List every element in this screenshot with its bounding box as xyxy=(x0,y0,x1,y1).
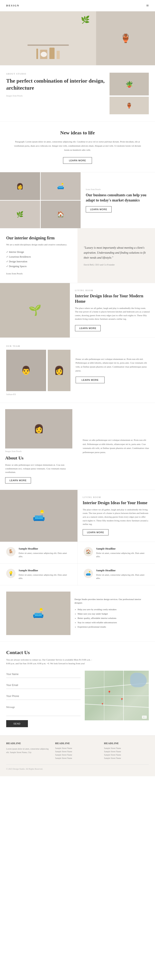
footer-link[interactable]: Sample Street Name xyxy=(104,750,149,752)
site-footer: Headline Lorem ipsum dolor sit amet, con… xyxy=(0,735,155,776)
business-source: Icons from Pexels xyxy=(86,188,150,191)
footer-col-1-headline: Headline xyxy=(6,742,51,745)
footer-link[interactable]: Sample Street Name xyxy=(55,747,100,749)
about-us-right-description: Donec ut odio pellentesque orci volutpat… xyxy=(83,438,150,455)
studio-list-item: Help you save by avoiding costly mistake… xyxy=(78,607,149,612)
contact-section: Contact Us You are always welcome to con… xyxy=(0,641,155,735)
lr2-content: LIVING ROOM Interior Design Ideas for Yo… xyxy=(78,490,155,542)
business-text: Icons from Pexels Our business consultan… xyxy=(81,172,155,228)
lr2-icon-headline-3: Sample Headline xyxy=(96,569,149,572)
business-learn-more[interactable]: LEARN MORE xyxy=(86,206,112,212)
firm-left: Our interior designing firm We are a mul… xyxy=(0,228,78,283)
studio-section: 🛋️ Design Studio provides interior desig… xyxy=(0,585,155,641)
contact-send-button[interactable]: SEND xyxy=(6,720,28,727)
lr2-icon-text-1: Dolor sit amet, consectetur adipiscing e… xyxy=(96,551,149,558)
team-photos: 👨 👩 xyxy=(6,350,71,391)
team-source: Subhan-BX xyxy=(6,393,71,396)
about-studio-label: ABOUT STUDIO xyxy=(6,73,105,75)
about-us-source: Images from Pexels xyxy=(5,450,72,452)
footer-copyright: © 2023 Design Studio. All Rights Reserve… xyxy=(6,768,43,770)
new-ideas-learn-more[interactable]: LEARN MORE xyxy=(63,157,92,164)
lr-title: Interior Design Ideas for Your Modern Ho… xyxy=(75,293,150,304)
contact-grid: SEND 📍 📍 📍 + − xyxy=(6,671,149,727)
site-logo[interactable]: DESIGN xyxy=(6,4,19,7)
about-us-section: 👩 Images from Pexels About Us Donec ut o… xyxy=(0,403,155,490)
about-us-right: Donec ut odio pellentesque orci volutpat… xyxy=(78,403,155,490)
firm-description: We are a multi-disciplinary design studi… xyxy=(6,243,71,247)
lr-image: 🌱 xyxy=(0,283,70,337)
lr2-icon-circle-3: 🛋️ xyxy=(84,569,93,578)
lr2-icon-text-0: Dolor sit amet, consectetur adipiscing e… xyxy=(19,551,71,558)
biz-img-3: 🌿 xyxy=(0,200,40,228)
team-description: Donec ut odio pellentesque orci volutpat… xyxy=(76,357,149,373)
about-us-title: About Us xyxy=(5,455,72,461)
new-ideas-section: New ideas to life Paragraph: Lorem ipsum… xyxy=(0,121,155,172)
biz-img-4: 🏠 xyxy=(41,200,81,228)
footer-col-1: Headline Lorem ipsum dolor sit amet, con… xyxy=(6,742,51,760)
team-section: OUR TEAM 👨 👩 Subhan-BX Donec ut odio pel… xyxy=(0,337,155,403)
lr2-icon-headline-1: Sample Headline xyxy=(96,547,149,550)
lr2-learn-more[interactable]: LEARN MORE xyxy=(83,529,109,535)
footer-link[interactable]: Sample Street Name xyxy=(104,757,149,759)
lr2-icon-headline-0: Sample Headline xyxy=(19,547,71,550)
contact-form: SEND xyxy=(6,671,81,727)
about-studio-images: 🪴 🏺 xyxy=(109,73,149,114)
firm-list-item: ✓ Design Innovation xyxy=(6,259,71,264)
map-pin-3: 📍 xyxy=(101,703,104,706)
living-room-2-section: 🛋️ LIVING ROOM Interior Design Ideas for… xyxy=(0,490,155,585)
contact-phone-input[interactable] xyxy=(6,693,81,700)
firm-right-quote: "Luxury is most importantly about meetin… xyxy=(78,228,155,283)
footer-link[interactable]: Sample Street Name xyxy=(55,750,100,752)
footer-link[interactable]: Sample Street Name xyxy=(104,754,149,756)
lr2-icon-headline-2: Sample Headline xyxy=(19,569,71,572)
team-learn-more[interactable]: LEARN MORE xyxy=(76,377,105,383)
about-us-learn-more[interactable]: LEARN MORE xyxy=(5,477,31,484)
new-ideas-title: New ideas to life xyxy=(13,130,142,135)
team-label: OUR TEAM xyxy=(6,345,71,347)
contact-name-input[interactable] xyxy=(6,671,81,678)
lr2-icon-text-3: Dolor sit amet, consectetur adipiscing e… xyxy=(96,573,149,580)
lr2-image: 🛋️ xyxy=(0,490,78,542)
biz-img-1: 👩 xyxy=(0,172,40,200)
lr2-icon-item-2: 💡 Sample Headline Dolor sit amet, consec… xyxy=(0,563,78,585)
lr2-icon-text-2: Dolor sit amet, consectetur adipiscing e… xyxy=(19,573,71,580)
site-header: DESIGN ≡ xyxy=(0,0,155,11)
lr2-icons-grid: 🪑 Sample Headline Dolor sit amet, consec… xyxy=(0,542,155,585)
lr2-icon-item-3: 🛋️ Sample Headline Dolor sit amet, conse… xyxy=(78,563,155,585)
business-title: Our business consultants can help you ad… xyxy=(86,192,150,203)
hero-main-image: 🌿 xyxy=(0,11,96,65)
lr2-label: LIVING ROOM xyxy=(83,496,150,498)
business-section: 👩 🛋️ 🌿 🏠 Icons from Pexels Our business … xyxy=(0,172,155,228)
studio-list-item: Stay in contact with reliable subcontrac… xyxy=(78,620,149,625)
firm-quote-author: David Bell, CEO and Co-Founder xyxy=(84,263,149,266)
firm-list-item: ✓ Designing Spaces xyxy=(6,264,71,269)
lr2-title: Interior Design Ideas for Your Home xyxy=(83,500,150,506)
firm-list-item: ✓ Interior Design xyxy=(6,250,71,255)
footer-col-2-headline: Headline xyxy=(55,742,100,745)
about-studio-title: The perfect combination of interior desi… xyxy=(6,78,105,92)
firm-list-item: ✓ Luxurious Residences xyxy=(6,255,71,259)
studio-list: Help you save by avoiding costly mistake… xyxy=(74,607,149,629)
firm-title: Our interior designing firm xyxy=(6,235,71,240)
lr2-icon-item-1: 🏠 Sample Headline Dolor sit amet, consec… xyxy=(78,542,155,563)
living-room-section: 🌱 LIVING ROOM Interior Design Ideas for … xyxy=(0,283,155,337)
contact-intro: You are always welcome to contact us. Ou… xyxy=(6,658,93,665)
team-photo-2: 👩 xyxy=(48,350,71,391)
studio-description: Design Studio provides interior design s… xyxy=(74,598,149,605)
map-pin-1: 📍 xyxy=(107,690,111,694)
business-images-grid: 👩 🛋️ 🌿 🏠 xyxy=(0,172,81,228)
contact-message-input[interactable] xyxy=(6,703,81,716)
footer-link[interactable]: Sample Street Name xyxy=(55,757,100,759)
contact-email-input[interactable] xyxy=(6,682,81,689)
contact-map: 📍 📍 📍 + − xyxy=(85,671,149,720)
lr2-top: 🛋️ LIVING ROOM Interior Design Ideas for… xyxy=(0,490,155,542)
firm-list: ✓ Interior Design ✓ Luxurious Residences… xyxy=(6,250,71,269)
lr-text: LIVING ROOM Interior Design Ideas for Yo… xyxy=(70,283,155,337)
footer-link[interactable]: Sample Street Name xyxy=(104,747,149,749)
studio-list-item: Experience professional results xyxy=(78,625,149,629)
menu-icon[interactable]: ≡ xyxy=(146,3,149,8)
footer-link[interactable]: Sample Street Name xyxy=(55,754,100,756)
footer-col-2: Headline Sample Street Name Sample Stree… xyxy=(55,742,100,760)
lr-learn-more[interactable]: LEARN MORE xyxy=(75,325,101,331)
about-us-image: 👩 xyxy=(5,409,72,449)
